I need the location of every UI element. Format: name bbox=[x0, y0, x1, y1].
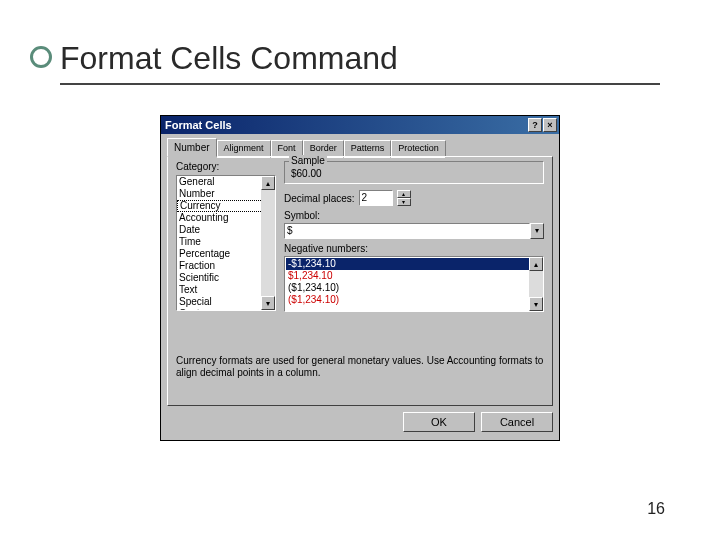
decimal-down-button[interactable]: ▾ bbox=[397, 198, 411, 206]
category-listbox[interactable]: General Number Currency Accounting Date … bbox=[176, 175, 276, 311]
negative-item-0[interactable]: -$1,234.10 bbox=[286, 258, 542, 270]
sample-group: Sample $60.00 bbox=[284, 161, 544, 184]
cancel-button[interactable]: Cancel bbox=[481, 412, 553, 432]
negative-listbox[interactable]: -$1,234.10 $1,234.10 ($1,234.10) ($1,234… bbox=[284, 256, 544, 312]
slide-number: 16 bbox=[647, 500, 665, 518]
format-cells-dialog: Format Cells ? × Number Alignment Font B… bbox=[160, 115, 560, 441]
ok-button[interactable]: OK bbox=[403, 412, 475, 432]
negative-scrollbar[interactable]: ▴ ▾ bbox=[529, 257, 543, 311]
dialog-titlebar[interactable]: Format Cells ? × bbox=[161, 116, 559, 134]
negative-item-1[interactable]: $1,234.10 bbox=[286, 270, 542, 282]
decimal-places-label: Decimal places: bbox=[284, 193, 355, 204]
scroll-up-icon[interactable]: ▴ bbox=[261, 176, 275, 190]
slide-title: Format Cells Command bbox=[60, 40, 660, 77]
slide-bullet-icon bbox=[30, 46, 52, 68]
scroll-down-icon[interactable]: ▾ bbox=[261, 296, 275, 310]
close-button[interactable]: × bbox=[543, 118, 557, 132]
sample-label: Sample bbox=[289, 155, 327, 166]
tab-panel-number: Category: General Number Currency Accoun… bbox=[167, 156, 553, 406]
symbol-input[interactable]: $ bbox=[284, 223, 530, 239]
help-button[interactable]: ? bbox=[528, 118, 542, 132]
decimal-up-button[interactable]: ▴ bbox=[397, 190, 411, 198]
tab-number[interactable]: Number bbox=[167, 138, 217, 157]
dialog-title: Format Cells bbox=[163, 119, 527, 131]
scroll-down-icon[interactable]: ▾ bbox=[529, 297, 543, 311]
negative-item-3[interactable]: ($1,234.10) bbox=[286, 294, 542, 306]
tab-strip: Number Alignment Font Border Patterns Pr… bbox=[161, 134, 559, 156]
category-label: Category: bbox=[176, 161, 219, 172]
symbol-dropdown-button[interactable]: ▾ bbox=[530, 223, 544, 239]
title-underline bbox=[60, 83, 660, 85]
decimal-places-input[interactable]: 2 bbox=[359, 190, 393, 206]
category-scrollbar[interactable]: ▴ ▾ bbox=[261, 176, 275, 310]
negative-item-2[interactable]: ($1,234.10) bbox=[286, 282, 542, 294]
negative-label: Negative numbers: bbox=[284, 243, 544, 254]
symbol-label: Symbol: bbox=[284, 210, 544, 221]
scroll-up-icon[interactable]: ▴ bbox=[529, 257, 543, 271]
sample-value: $60.00 bbox=[291, 168, 322, 179]
format-description: Currency formats are used for general mo… bbox=[176, 355, 544, 379]
